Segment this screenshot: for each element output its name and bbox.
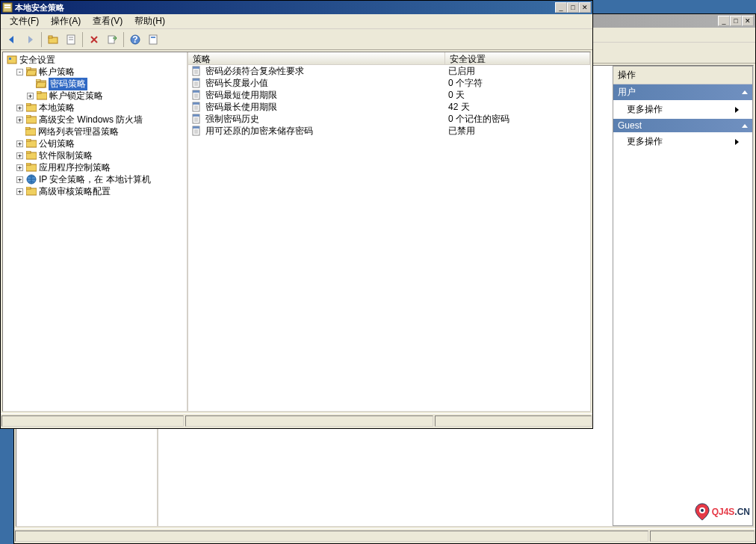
menu-help[interactable]: 帮助(H) <box>128 13 171 29</box>
refresh-button[interactable] <box>145 31 161 48</box>
statusbar-left <box>1 415 184 427</box>
delete-button[interactable] <box>86 31 102 48</box>
toolbar-separator <box>41 32 42 47</box>
link-label: 更多操作 <box>627 103 663 116</box>
col-setting[interactable]: 安全设置 <box>445 52 590 64</box>
tree-toggle[interactable]: + <box>16 176 23 183</box>
folder-icon <box>25 174 37 185</box>
forward-button[interactable] <box>22 31 38 48</box>
back-button[interactable] <box>4 31 20 48</box>
window-title: 本地安全策略 <box>15 2 555 13</box>
arrow-right-icon <box>735 139 739 145</box>
tree-item[interactable]: +本地策略 <box>3 102 187 114</box>
back-maximize-button[interactable]: □ <box>730 16 742 26</box>
local-security-policy-window: 本地安全策略 _ □ ✕ 文件(F) 操作(A) 查看(V) 帮助(H) ? 安… <box>0 0 593 429</box>
policy-name: 密码长度最小值 <box>205 77 268 90</box>
close-button[interactable]: ✕ <box>579 2 591 13</box>
tree-item-label: 帐户锁定策略 <box>49 90 103 102</box>
tree-panel[interactable]: 安全设置 -帐户策略密码策略+帐户锁定策略+本地策略+高级安全 Windows … <box>3 52 188 411</box>
tree-toggle[interactable]: + <box>27 93 34 99</box>
statusbar-right <box>435 415 592 427</box>
policy-icon <box>191 114 203 124</box>
tree-toggle[interactable]: + <box>16 164 23 171</box>
menu-file[interactable]: 文件(F) <box>4 13 45 29</box>
policy-icon <box>191 102 203 112</box>
tree-item[interactable]: +高级审核策略配置 <box>3 185 187 197</box>
tree-toggle[interactable]: + <box>16 117 23 123</box>
policy-row[interactable]: 密码最长使用期限42 天 <box>188 101 590 113</box>
policy-icon <box>191 90 203 100</box>
svg-rect-8 <box>108 36 114 43</box>
list-panel: 策略 安全设置 密码必须符合复杂性要求已启用密码长度最小值0 个字符密码最短使用… <box>188 52 590 411</box>
maximize-button[interactable]: □ <box>567 2 579 13</box>
more-actions-link[interactable]: 更多操作 <box>613 100 752 119</box>
tree-toggle[interactable]: + <box>16 188 23 195</box>
tree-toggle[interactable]: - <box>16 69 23 75</box>
tree-item[interactable]: 网络列表管理器策略 <box>3 126 187 137</box>
folder-icon <box>25 138 37 149</box>
app-icon <box>2 2 13 13</box>
content-area: 安全设置 -帐户策略密码策略+帐户锁定策略+本地策略+高级安全 Windows … <box>2 52 591 412</box>
help-button[interactable]: ? <box>127 31 143 48</box>
section-title: Guest <box>618 120 642 131</box>
tree-toggle[interactable]: + <box>16 105 23 111</box>
toolbar-separator-3 <box>123 32 124 47</box>
policy-row[interactable]: 密码长度最小值0 个字符 <box>188 77 590 89</box>
back-close-button[interactable]: ✕ <box>742 16 754 26</box>
tree-item[interactable]: -帐户策略 <box>3 66 187 78</box>
tree-item[interactable]: +应用程序控制策略 <box>3 161 187 173</box>
tree-item-label: 高级审核策略配置 <box>39 185 111 198</box>
actions-section-header[interactable]: 用户 <box>613 84 752 100</box>
more-actions-link[interactable]: 更多操作 <box>613 132 752 151</box>
policy-icon <box>191 78 203 88</box>
tree-item-label: 密码策略 <box>49 78 87 90</box>
policy-name: 密码最长使用期限 <box>205 101 277 114</box>
policy-name: 密码必须符合复杂性要求 <box>205 65 304 78</box>
svg-rect-42 <box>193 78 199 81</box>
svg-rect-47 <box>193 90 199 93</box>
tree-item[interactable]: +公钥策略 <box>3 137 187 149</box>
policy-cell: 强制密码历史 <box>188 113 445 126</box>
statusbar <box>1 413 592 428</box>
watermark: QJ4S.CN <box>693 502 750 522</box>
tree-toggle[interactable]: + <box>16 152 23 159</box>
setting-cell: 0 天 <box>445 89 590 102</box>
svg-rect-35 <box>26 187 31 189</box>
minimize-button[interactable]: _ <box>555 2 567 13</box>
tree-toggle[interactable]: + <box>16 140 23 147</box>
policy-row[interactable]: 强制密码历史0 个记住的密码 <box>188 113 590 125</box>
tree-item[interactable]: +高级安全 Windows 防火墙 <box>3 114 187 126</box>
export-button[interactable] <box>104 31 120 48</box>
tree-item-label: 高级安全 Windows 防火墙 <box>39 114 143 126</box>
setting-cell: 0 个字符 <box>445 77 590 90</box>
policy-row[interactable]: 用可还原的加密来储存密码已禁用 <box>188 125 590 137</box>
front-titlebar[interactable]: 本地安全策略 _ □ ✕ <box>1 1 592 14</box>
back-minimize-button[interactable]: _ <box>718 16 730 26</box>
folder-icon <box>35 78 47 89</box>
menu-view[interactable]: 查看(V) <box>87 13 128 29</box>
svg-rect-13 <box>7 56 16 64</box>
policy-cell: 密码最长使用期限 <box>188 101 445 114</box>
policy-row[interactable]: 密码必须符合复杂性要求已启用 <box>188 65 590 77</box>
col-policy[interactable]: 策略 <box>188 52 445 64</box>
arrow-right-icon <box>735 107 739 113</box>
tree-item[interactable]: +IP 安全策略，在 本地计算机 <box>3 173 187 185</box>
up-button[interactable] <box>45 31 61 48</box>
folder-icon <box>25 114 37 125</box>
list-header: 策略 安全设置 <box>188 52 590 65</box>
tree-root[interactable]: 安全设置 <box>3 54 187 66</box>
policy-name: 强制密码历史 <box>205 113 259 126</box>
tree-item[interactable]: +帐户锁定策略 <box>3 90 187 102</box>
policy-row[interactable]: 密码最短使用期限0 天 <box>188 89 590 101</box>
folder-icon <box>25 150 37 161</box>
list-body[interactable]: 密码必须符合复杂性要求已启用密码长度最小值0 个字符密码最短使用期限0 天密码最… <box>188 65 590 411</box>
svg-rect-20 <box>37 91 41 93</box>
menu-action[interactable]: 操作(A) <box>45 13 87 29</box>
tree-item[interactable]: 密码策略 <box>3 78 187 90</box>
actions-section-header[interactable]: Guest <box>613 119 752 132</box>
svg-rect-30 <box>26 151 31 153</box>
properties-button[interactable] <box>63 31 79 48</box>
tree-item[interactable]: +软件限制策略 <box>3 149 187 161</box>
svg-rect-57 <box>193 114 199 117</box>
setting-cell: 42 天 <box>445 101 590 114</box>
